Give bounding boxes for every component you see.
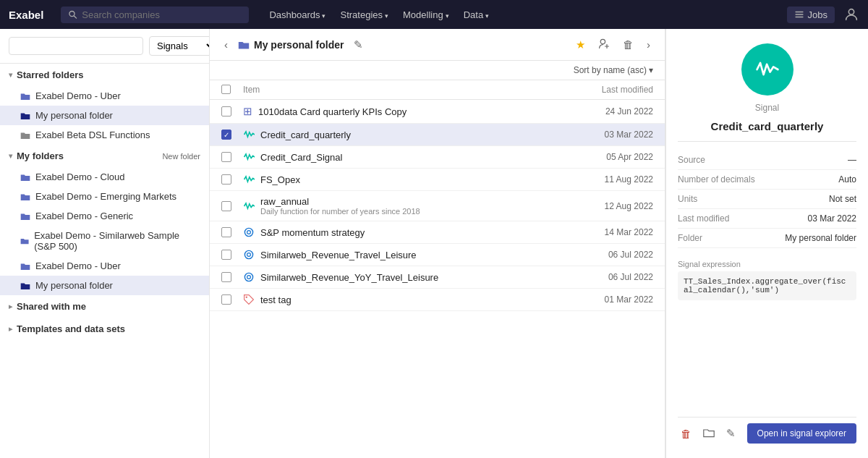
table-row[interactable]: S&P momentum strategy 14 Mar 2022	[210, 221, 665, 244]
table-row[interactable]: ✓ Credit_card_quarterly 03 Mar 2022	[210, 124, 665, 146]
decimals-label: Number of decimals	[678, 174, 755, 185]
row-checkbox[interactable]	[221, 174, 243, 185]
source-label: Source	[678, 155, 705, 165]
sidebar-item-exabel-beta-dsl[interactable]: Exabel Beta DSL Functions	[0, 125, 209, 145]
starred-folders-label: Starred folders	[17, 69, 83, 80]
folder-icon	[20, 130, 30, 140]
next-button[interactable]: ›	[644, 37, 653, 52]
row-date: 12 Aug 2022	[552, 201, 653, 211]
table-row[interactable]: Similarweb_Revenue_YoY_Travel_Leisure 06…	[210, 266, 665, 289]
starred-folders-header[interactable]: ▾ Starred folders	[0, 64, 209, 86]
row-checkbox[interactable]: ✓	[221, 130, 243, 140]
row-checkbox[interactable]	[221, 152, 243, 162]
folder-open-icon	[238, 39, 250, 51]
starred-chevron: ▾	[9, 71, 12, 79]
edit-folder-button[interactable]: ✎	[351, 37, 366, 53]
svg-point-15	[246, 297, 247, 298]
user-icon[interactable]	[843, 7, 859, 22]
table-row[interactable]: Similarweb_Revenue_Travel_Leisure 06 Jul…	[210, 244, 665, 266]
folder-icon	[20, 236, 29, 246]
sidebar-item-exabel-emerging[interactable]: Exabel Demo - Emerging Markets	[0, 187, 209, 206]
row-name: S&P momentum strategy	[243, 226, 552, 238]
row-checkbox[interactable]	[221, 272, 243, 282]
signal-wave-icon	[754, 56, 780, 82]
header-actions: ★ 🗑 ›	[573, 36, 653, 53]
panel-delete-button[interactable]: 🗑	[678, 425, 694, 442]
svg-rect-3	[795, 14, 803, 14]
table-row[interactable]: FS_Opex 11 Aug 2022	[210, 169, 665, 191]
panel-actions: 🗑 ✎ Open in signal explorer	[678, 417, 856, 444]
layout: Signals Strategies All ▾ Starred folders…	[0, 29, 868, 458]
share-button[interactable]	[595, 36, 613, 53]
row-name: Credit_card_quarterly	[243, 129, 552, 140]
table-row[interactable]: Credit_Card_Signal 05 Apr 2022	[210, 146, 665, 169]
sidebar-item-exabel-similarweb[interactable]: Exabel Demo - Similarweb Sample (S&P 500…	[0, 226, 209, 256]
sidebar-item-my-personal-folder-starred[interactable]: My personal folder	[0, 106, 209, 125]
table-type-icon: ⊞	[243, 105, 252, 118]
panel-move-button[interactable]	[700, 425, 718, 442]
decimals-value: Auto	[838, 174, 856, 185]
nav-dashboards[interactable]: Dashboards	[263, 7, 331, 23]
sidebar: Signals Strategies All ▾ Starred folders…	[0, 29, 210, 458]
table-row[interactable]: test tag 01 Mar 2022	[210, 289, 665, 311]
sidebar-item-exabel-generic[interactable]: Exabel Demo - Generic	[0, 206, 209, 226]
templates-header[interactable]: ▸ Templates and data sets	[0, 318, 209, 340]
templates-chevron: ▸	[9, 325, 12, 333]
row-checkbox[interactable]	[221, 294, 243, 305]
row-checkbox[interactable]	[221, 250, 243, 260]
main-header: ‹ My personal folder ✎ ★ 🗑 ›	[210, 29, 665, 61]
folder-icon	[20, 91, 30, 101]
folder-icon	[20, 172, 30, 182]
user-add-icon	[598, 38, 610, 49]
row-date: 01 Mar 2022	[552, 294, 653, 305]
nav-modelling[interactable]: Modelling	[397, 7, 455, 23]
shared-section: ▸ Shared with me	[0, 295, 209, 318]
open-signal-button[interactable]: Open in signal explorer	[747, 423, 856, 444]
sort-button[interactable]: Sort by name (asc) ▾	[574, 65, 653, 75]
panel-action-icons: 🗑 ✎	[678, 425, 739, 442]
header-modified: Last modified	[552, 85, 653, 95]
sidebar-item-exabel-uber[interactable]: Exabel Demo - Uber	[0, 256, 209, 276]
svg-point-12	[247, 253, 251, 257]
svg-point-11	[244, 250, 252, 258]
panel-edit-button[interactable]: ✎	[723, 425, 739, 442]
topnav-right: Jobs	[787, 7, 859, 23]
sidebar-search-input[interactable]	[9, 37, 143, 55]
main-content: ‹ My personal folder ✎ ★ 🗑 › Sort by nam…	[210, 29, 665, 458]
star-button[interactable]: ★	[573, 37, 588, 53]
sidebar-item-exabel-demo-uber[interactable]: Exabel Demo - Uber	[0, 86, 209, 106]
row-checkbox[interactable]	[221, 227, 243, 237]
search-input[interactable]	[82, 9, 242, 20]
my-folders-section: ▾ My folders New folder Exabel Demo - Cl…	[0, 145, 209, 295]
signal-icon	[243, 200, 255, 212]
svg-point-5	[848, 9, 854, 14]
folder-move-icon	[703, 427, 715, 438]
row-name: Similarweb_Revenue_YoY_Travel_Leisure	[243, 271, 552, 283]
svg-point-6	[600, 39, 605, 43]
delete-button[interactable]: 🗑	[620, 37, 637, 52]
row-checkbox[interactable]	[221, 106, 243, 116]
row-name: test tag	[243, 294, 552, 305]
sort-bar: Sort by name (asc) ▾	[210, 61, 665, 80]
nav-strategies[interactable]: Strategies	[334, 7, 394, 23]
nav-data[interactable]: Data	[458, 7, 495, 23]
table-row[interactable]: raw_annual Daily function for number of …	[210, 191, 665, 221]
templates-section: ▸ Templates and data sets	[0, 318, 209, 340]
header-checkbox[interactable]	[221, 85, 243, 95]
prev-button[interactable]: ‹	[221, 37, 231, 52]
meta-section: Source — Number of decimals Auto Units N…	[678, 150, 856, 248]
table-row[interactable]: ⊞ 1010data Card quarterly KPIs Copy 24 J…	[210, 100, 665, 124]
app-logo: Exabel	[9, 9, 43, 21]
search-bar[interactable]	[61, 7, 249, 23]
sidebar-type-select[interactable]: Signals Strategies All	[149, 36, 210, 56]
my-folders-header[interactable]: ▾ My folders New folder	[0, 145, 209, 167]
sidebar-item-my-personal-folder[interactable]: My personal folder	[0, 276, 209, 295]
list-icon	[794, 9, 804, 20]
shared-header[interactable]: ▸ Shared with me	[0, 295, 209, 318]
sidebar-item-exabel-cloud[interactable]: Exabel Demo - Cloud	[0, 167, 209, 187]
jobs-button[interactable]: Jobs	[787, 7, 835, 23]
row-name: Credit_Card_Signal	[243, 151, 552, 163]
svg-point-14	[247, 276, 251, 279]
row-checkbox[interactable]	[221, 201, 243, 211]
new-folder-button[interactable]: New folder	[162, 152, 200, 161]
